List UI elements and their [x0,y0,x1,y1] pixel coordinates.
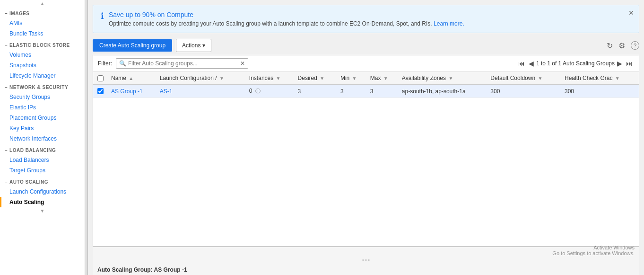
td-name: AS Group -1 [107,85,156,98]
select-all-checkbox[interactable] [97,75,104,81]
sidebar-section-images: – IMAGES [0,7,85,18]
sidebar-scroll-up[interactable]: ▲ [0,0,85,7]
sidebar-item-target-groups[interactable]: Target Groups [0,165,85,176]
td-desired: 3 [294,85,337,98]
sidebar-item-security-groups[interactable]: Security Groups [0,92,85,102]
table-wrapper: Name ▲ Launch Configuration / ▼ Instance… [93,72,639,246]
bottom-panel: • • • Auto Scaling Group: AS Group -1 [93,247,639,275]
settings-icon[interactable]: ⚙ [618,41,625,50]
sidebar-item-auto-scaling[interactable]: Auto Scaling [0,197,85,207]
filter-input[interactable] [128,60,238,67]
sidebar: ▲ – IMAGES AMIs Bundle Tasks – ELASTIC B… [0,0,85,275]
sort-max-icon: ▼ [383,76,388,81]
sort-health-icon: ▼ [615,76,620,81]
td-max: 3 [366,85,398,98]
sidebar-item-bundle-tasks[interactable]: Bundle Tasks [0,28,85,39]
table-area: Filter: 🔍 ✕ ⏮ ◀ 1 to 1 of 1 Auto Scaling… [93,55,639,247]
td-min: 3 [337,85,366,98]
th-name[interactable]: Name ▲ [107,72,156,85]
toolbar: Create Auto Scaling group Actions ▾ ↻ ⚙ … [88,36,644,55]
sidebar-item-network-interfaces[interactable]: Network Interfaces [0,133,85,144]
filter-label: Filter: [98,60,112,67]
drag-handle[interactable]: • • • [93,257,639,264]
th-az[interactable]: Availability Zones ▼ [398,72,487,85]
sidebar-section-load-balancing: – LOAD BALANCING [0,144,85,155]
filter-bar: Filter: 🔍 ✕ ⏮ ◀ 1 to 1 of 1 Auto Scaling… [93,55,639,72]
collapse-as-icon[interactable]: – [5,179,8,185]
sidebar-scroll-down[interactable]: ▼ [0,207,85,214]
th-min[interactable]: Min ▼ [337,72,366,85]
search-icon: 🔍 [119,60,126,67]
pagination-next-button[interactable]: ▶ [616,60,624,67]
instances-info-icon[interactable]: ⓘ [255,88,261,94]
pagination-info: 1 to 1 of 1 Auto Scaling Groups [536,60,615,67]
refresh-icon[interactable]: ↻ [607,41,613,50]
bottom-panel-title: Auto Scaling Group: AS Group -1 [93,264,639,275]
actions-chevron-icon: ▾ [202,42,205,49]
sort-lc-icon: ▼ [219,76,224,81]
collapse-lb-icon[interactable]: – [5,148,8,153]
main-content: ℹ Save up to 90% on Compute Optimize com… [88,0,644,275]
info-icon: ℹ [101,11,104,21]
sort-desired-icon: ▼ [320,76,324,81]
collapse-network-icon[interactable]: – [5,85,8,90]
banner-close-button[interactable]: ✕ [628,9,634,17]
collapse-images-icon[interactable]: – [5,11,8,16]
row-checkbox[interactable] [97,88,104,94]
sidebar-item-launch-configurations[interactable]: Launch Configurations [0,186,85,197]
pagination-prev-button[interactable]: ◀ [527,60,535,67]
sidebar-section-network: – NETWORK & SECURITY [0,81,85,92]
sidebar-item-volumes[interactable]: Volumes [0,50,85,60]
sidebar-item-lifecycle-manager[interactable]: Lifecycle Manager [0,71,85,81]
th-desired[interactable]: Desired ▼ [294,72,337,85]
create-auto-scaling-group-button[interactable]: Create Auto Scaling group [93,39,172,52]
sort-az-icon: ▼ [448,76,453,81]
auto-scaling-table: Name ▲ Launch Configuration / ▼ Instance… [93,72,639,98]
sidebar-section-auto-scaling: – AUTO SCALING [0,176,85,186]
filter-clear-button[interactable]: ✕ [240,60,245,67]
td-cooldown: 300 [487,85,561,98]
pagination-first-button[interactable]: ⏮ [517,60,526,67]
sidebar-item-load-balancers[interactable]: Load Balancers [0,155,85,165]
th-health-check[interactable]: Health Check Grac ▼ [561,72,639,85]
sidebar-item-placement-groups[interactable]: Placement Groups [0,113,85,123]
th-instances[interactable]: Instances ▼ [245,72,294,85]
toolbar-icons: ↻ ⚙ ? [607,41,639,50]
collapse-ebs-icon[interactable]: – [5,43,8,48]
th-max[interactable]: Max ▼ [366,72,398,85]
sort-instances-icon: ▼ [276,76,281,81]
sidebar-item-elastic-ips[interactable]: Elastic IPs [0,102,85,113]
actions-button[interactable]: Actions ▾ [176,39,211,52]
sidebar-section-ebs: – ELASTIC BLOCK STORE [0,39,85,50]
table-header-row: Name ▲ Launch Configuration / ▼ Instance… [93,72,639,85]
table-row[interactable]: AS Group -1 AS-1 0 ⓘ 3 3 3 ap-south-1b, … [93,85,639,98]
sidebar-item-amis[interactable]: AMIs [0,18,85,28]
info-banner: ℹ Save up to 90% on Compute Optimize com… [93,5,639,33]
td-health-check: 300 [561,85,639,98]
help-icon[interactable]: ? [631,41,639,50]
td-launch-config: AS-1 [156,85,245,98]
pagination-last-button[interactable]: ⏭ [625,60,634,67]
pagination-buttons: ⏮ ◀ 1 to 1 of 1 Auto Scaling Groups ▶ ⏭ [517,60,634,67]
banner-text: Save up to 90% on Compute Optimize compu… [109,11,464,27]
sort-cooldown-icon: ▼ [538,76,542,81]
sort-min-icon: ▼ [352,76,357,81]
filter-input-wrap: 🔍 ✕ [116,58,248,69]
td-checkbox [93,85,107,98]
th-launch-config[interactable]: Launch Configuration / ▼ [156,72,245,85]
th-cooldown[interactable]: Default Cooldown ▼ [487,72,561,85]
th-checkbox [93,72,107,85]
td-instances: 0 ⓘ [245,85,294,98]
sort-name-icon: ▲ [129,76,133,81]
sidebar-item-key-pairs[interactable]: Key Pairs [0,123,85,133]
td-az: ap-south-1b, ap-south-1a [398,85,487,98]
banner-description: Optimize compute costs by creating your … [109,20,464,27]
banner-title: Save up to 90% on Compute [109,11,464,18]
sidebar-item-snapshots[interactable]: Snapshots [0,60,85,71]
banner-learn-more-link[interactable]: Learn more. [434,20,464,27]
